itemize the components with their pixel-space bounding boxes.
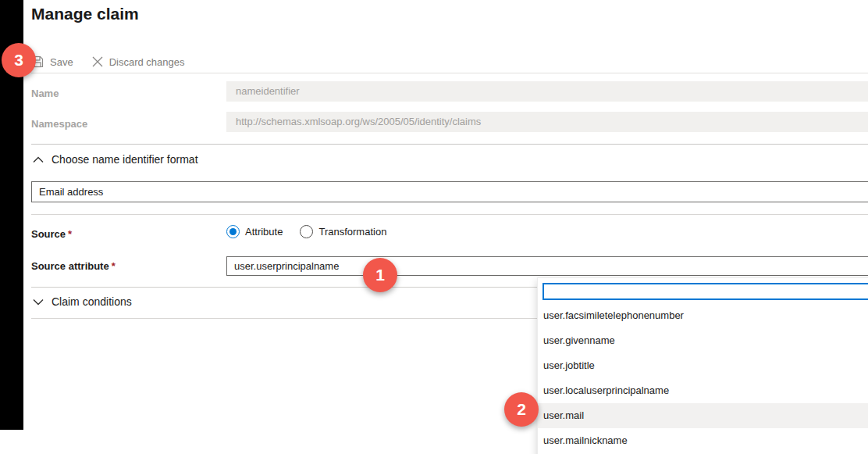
discard-changes-button[interactable]: Discard changes bbox=[92, 56, 185, 68]
section-divider bbox=[31, 144, 868, 145]
command-bar: Save Discard changes bbox=[31, 52, 184, 72]
radio-selected-icon bbox=[226, 225, 240, 238]
save-button-label: Save bbox=[50, 56, 73, 68]
save-button[interactable]: Save bbox=[31, 55, 73, 68]
annotation-badge-3: 3 bbox=[2, 43, 36, 77]
attribute-list: user.facsimiletelephonenumber user.given… bbox=[538, 303, 868, 453]
radio-unselected-icon bbox=[300, 225, 313, 238]
namespace-field-label: Namespace bbox=[31, 118, 87, 130]
claim-conditions-section-header[interactable]: Claim conditions bbox=[33, 295, 132, 308]
list-item[interactable]: user.jobtitle bbox=[538, 353, 868, 378]
source-attribute-dropdown: user.facsimiletelephonenumber user.given… bbox=[537, 277, 868, 454]
name-identifier-format-select[interactable]: Email address bbox=[31, 181, 868, 202]
list-item[interactable]: user.givenname bbox=[538, 328, 868, 353]
source-attribute-field-label: Source attribute* bbox=[31, 260, 116, 272]
claim-conditions-section-label: Claim conditions bbox=[52, 295, 132, 308]
discard-changes-label: Discard changes bbox=[109, 56, 185, 68]
required-asterisk: * bbox=[112, 260, 116, 272]
source-field-label: Source* bbox=[31, 228, 72, 240]
name-field-value: nameidentifier bbox=[226, 81, 868, 102]
list-item[interactable]: user.mailnickname bbox=[538, 428, 868, 453]
annotation-badge-1: 1 bbox=[363, 258, 397, 292]
row-divider bbox=[31, 214, 868, 215]
source-radio-group: Attribute Transformation bbox=[226, 225, 386, 238]
radio-transformation[interactable]: Transformation bbox=[300, 225, 386, 238]
required-asterisk: * bbox=[68, 228, 72, 240]
list-item[interactable]: user.facsimiletelephonenumber bbox=[538, 303, 868, 328]
attribute-search-input[interactable] bbox=[542, 283, 868, 300]
name-identifier-format-section-label: Choose name identifier format bbox=[52, 153, 198, 166]
chevron-up-icon bbox=[33, 156, 44, 163]
name-identifier-format-section-header[interactable]: Choose name identifier format bbox=[33, 153, 198, 166]
source-attribute-input[interactable] bbox=[226, 256, 868, 276]
page-title: Manage claim bbox=[31, 5, 139, 23]
chevron-down-icon bbox=[33, 298, 44, 306]
radio-transformation-label: Transformation bbox=[318, 226, 386, 238]
radio-attribute-label: Attribute bbox=[245, 226, 283, 238]
discard-x-icon bbox=[92, 56, 103, 67]
namespace-field-value: http://schemas.xmlsoap.org/ws/2005/05/id… bbox=[226, 112, 868, 132]
annotation-badge-2: 2 bbox=[504, 392, 539, 427]
name-field-label: Name bbox=[31, 88, 59, 99]
toolbar-divider bbox=[31, 73, 868, 73]
radio-attribute[interactable]: Attribute bbox=[226, 225, 283, 238]
list-item-user-mail[interactable]: user.mail bbox=[538, 403, 868, 428]
list-item[interactable]: user.localuserprincipalname bbox=[538, 378, 868, 403]
